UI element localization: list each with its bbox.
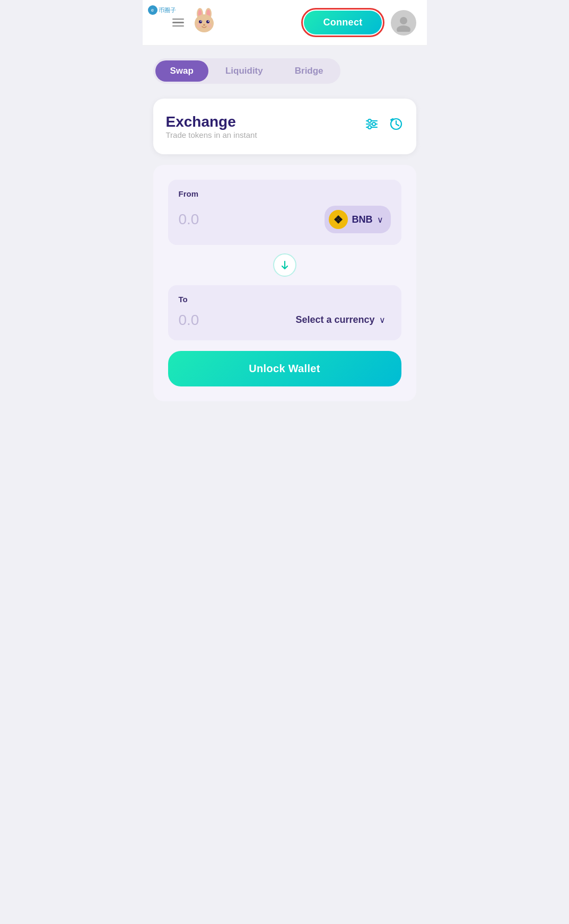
- from-label: From: [179, 189, 391, 198]
- svg-point-13: [397, 25, 410, 32]
- unlock-wallet-button[interactable]: Unlock Wallet: [168, 351, 401, 386]
- svg-point-18: [372, 122, 375, 126]
- exchange-title: Exchange: [166, 113, 257, 130]
- swap-arrow-button[interactable]: [273, 253, 296, 277]
- svg-point-11: [207, 23, 212, 28]
- exchange-header: Exchange Trade tokens in an instant: [166, 113, 404, 139]
- to-label: To: [179, 295, 391, 304]
- main-content: Swap Liquidity Bridge Exchange Trade tok…: [143, 46, 427, 414]
- bnb-icon: [329, 210, 348, 229]
- tab-navigation: Swap Liquidity Bridge: [153, 58, 340, 84]
- swap-arrow-wrapper: [168, 253, 401, 277]
- svg-point-6: [206, 20, 209, 23]
- bnb-token-name: BNB: [352, 214, 373, 225]
- select-currency-text: Select a currency: [295, 314, 374, 325]
- svg-point-5: [199, 20, 202, 23]
- to-token-box: To 0.0 Select a currency ∨: [168, 285, 401, 340]
- svg-point-12: [400, 17, 407, 24]
- from-token-box: From 0.0 BNB ∨: [168, 180, 401, 245]
- tab-bridge[interactable]: Bridge: [280, 60, 338, 82]
- currency-selector[interactable]: Select a currency ∨: [295, 311, 390, 329]
- exchange-card: Exchange Trade tokens in an instant: [153, 99, 416, 154]
- logo-rabbit: [190, 6, 218, 39]
- exchange-subtitle: Trade tokens in an instant: [166, 130, 257, 139]
- connect-button[interactable]: Connect: [304, 11, 381, 34]
- from-token-row: 0.0 BNB ∨: [179, 206, 391, 233]
- to-token-row: 0.0 Select a currency ∨: [179, 311, 391, 329]
- tab-liquidity[interactable]: Liquidity: [211, 60, 278, 82]
- watermark: e 币圈子: [148, 5, 176, 15]
- header-right: Connect: [301, 8, 416, 37]
- svg-point-17: [368, 119, 371, 122]
- svg-point-7: [200, 21, 202, 22]
- settings-icon[interactable]: [364, 117, 379, 131]
- svg-point-19: [368, 126, 371, 129]
- exchange-icons: [364, 117, 404, 131]
- to-chevron-icon: ∨: [379, 315, 386, 325]
- svg-point-4: [195, 14, 214, 32]
- history-icon[interactable]: [389, 117, 404, 131]
- exchange-title-group: Exchange Trade tokens in an instant: [166, 113, 257, 139]
- svg-point-10: [197, 23, 201, 28]
- svg-point-8: [208, 21, 209, 22]
- to-amount[interactable]: 0.0: [179, 312, 199, 329]
- tab-swap[interactable]: Swap: [155, 60, 208, 82]
- header: e 币圈子: [143, 0, 427, 46]
- watermark-icon: e: [148, 5, 157, 15]
- avatar-icon[interactable]: [391, 10, 416, 36]
- connect-btn-wrapper: Connect: [301, 8, 384, 37]
- from-chevron-icon: ∨: [377, 215, 383, 225]
- svg-point-9: [203, 24, 205, 26]
- swap-area: From 0.0 BNB ∨: [153, 165, 416, 401]
- bnb-token-selector[interactable]: BNB ∨: [325, 206, 391, 233]
- hamburger-icon[interactable]: [172, 19, 184, 27]
- from-amount[interactable]: 0.0: [179, 211, 199, 228]
